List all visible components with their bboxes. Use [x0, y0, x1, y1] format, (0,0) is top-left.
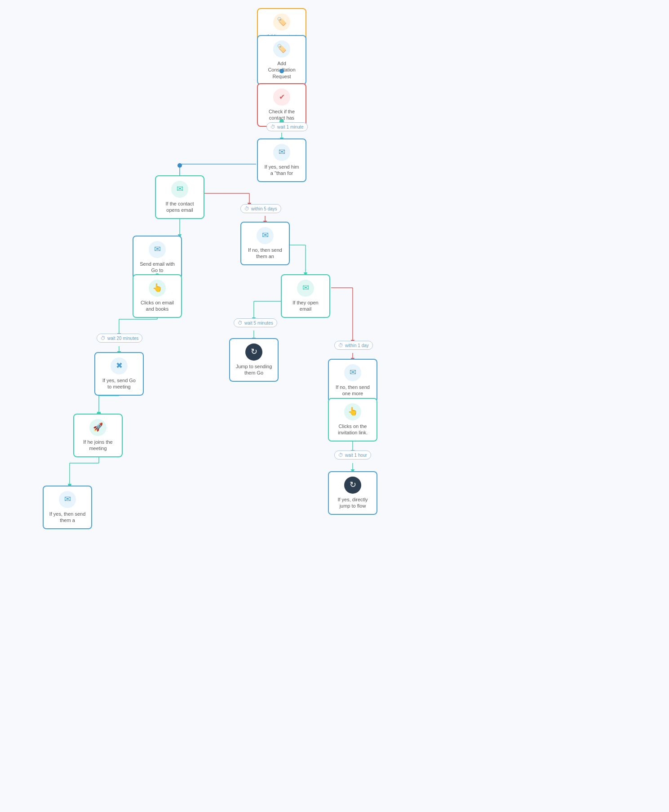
if-opens-email-node[interactable]: ✉ If the contact opens email: [155, 175, 204, 219]
within-5days-label: within 5 days: [251, 206, 277, 211]
send-them-node[interactable]: ✉ If yes, then send them a: [43, 486, 92, 529]
jump-sending-label: Jump to sending them Go: [235, 363, 272, 376]
wait-1min-badge: ⏱ wait 1 minute: [266, 122, 308, 131]
clock-icon-2: ⏱: [244, 206, 249, 211]
jump-flow-node[interactable]: ↻ If yes, directly jump to flow: [328, 471, 377, 515]
clicks-invitation-label: Clicks on the invitation link.: [334, 423, 371, 436]
he-joins-node[interactable]: 🚀 If he joins the meeting: [73, 414, 123, 457]
email-one-more-icon: ✉: [344, 364, 361, 381]
wait-20min-badge: ⏱ wait 20 minutes: [97, 334, 142, 343]
wait-20min-label: wait 20 minutes: [107, 336, 138, 341]
send-thanks-node[interactable]: ✉ If yes, send him a "than for: [257, 138, 306, 182]
send-one-more-node[interactable]: ✉ If no, then send one more: [328, 359, 377, 402]
send-them-label: If yes, then send them a: [49, 511, 86, 524]
email-open-icon-2: ✉: [297, 280, 314, 297]
wait-1hour-badge: ⏱ wait 1 hour: [334, 451, 371, 460]
jump-icon: ↻: [245, 344, 262, 361]
consultation-node[interactable]: 🏷️ Add Consultation Request: [257, 35, 306, 85]
clock-icon-5: ⏱: [338, 343, 343, 348]
joins-icon: 🚀: [89, 419, 106, 436]
wait-1min-label: wait 1 minute: [277, 125, 304, 129]
send-go-label: Send email with Go to: [139, 261, 176, 274]
send-go-node[interactable]: ✉ Send email with Go to: [133, 236, 182, 279]
if-they-open-node[interactable]: ✉ If they open email: [281, 274, 330, 318]
jump-flow-icon: ↻: [344, 477, 361, 494]
clock-icon: ⏱: [270, 124, 275, 129]
jump-sending-node[interactable]: ↻ Jump to sending them Go: [229, 338, 279, 382]
wait-1hour-label: wait 1 hour: [345, 453, 367, 458]
send-no-label: If no, then send them an: [247, 247, 284, 260]
clock-icon-3: ⏱: [101, 335, 106, 341]
within-5days-badge: ⏱ within 5 days: [240, 204, 281, 213]
email-them-icon: ✉: [59, 491, 76, 508]
email-go-icon: ✉: [149, 241, 166, 258]
clicks-invitation-node[interactable]: 👆 Clicks on the invitation link.: [328, 398, 377, 442]
dot-connector-1: [279, 69, 284, 73]
wait-5min-badge: ⏱ wait 5 minutes: [234, 318, 277, 327]
send-go-meeting-label: If yes, send Go to meeting: [101, 377, 137, 390]
clock-icon-4: ⏱: [238, 320, 243, 326]
check-icon: ✔: [273, 89, 290, 106]
click-icon-1: 👆: [149, 280, 166, 297]
if-they-open-label: If they open email: [287, 299, 324, 312]
consultation-icon: 🏷️: [273, 40, 290, 58]
email-open-icon: ✉: [171, 181, 188, 198]
click-icon-2: 👆: [344, 403, 361, 420]
clicks-books-node[interactable]: 👆 Clicks on email and books: [133, 274, 182, 318]
jump-flow-label: If yes, directly jump to flow: [334, 496, 371, 509]
dot-connector-3: [177, 163, 182, 168]
trigger-icon: 🏷️: [273, 13, 290, 31]
send-go-meeting-node[interactable]: ✖ If yes, send Go to meeting: [94, 352, 144, 396]
clock-icon-6: ⏱: [338, 452, 343, 458]
workflow-canvas: 🏷️ Add a contact source... 🏷️ Add Consul…: [0, 0, 669, 812]
email-no-icon: ✉: [257, 227, 274, 244]
he-joins-label: If he joins the meeting: [80, 439, 116, 452]
send-one-more-label: If no, then send one more: [334, 384, 371, 397]
wait-5min-label: wait 5 minutes: [244, 321, 273, 326]
within-1day-label: within 1 day: [345, 343, 369, 348]
email-icon-1: ✉: [273, 144, 290, 161]
if-opens-email-label: If the contact opens email: [161, 201, 198, 214]
clicks-books-label: Clicks on email and books: [139, 299, 176, 312]
meeting-icon: ✖: [111, 357, 128, 375]
send-no-node[interactable]: ✉ If no, then send them an: [240, 222, 290, 265]
within-1day-badge: ⏱ within 1 day: [334, 341, 373, 350]
send-thanks-label: If yes, send him a "than for: [263, 164, 300, 177]
